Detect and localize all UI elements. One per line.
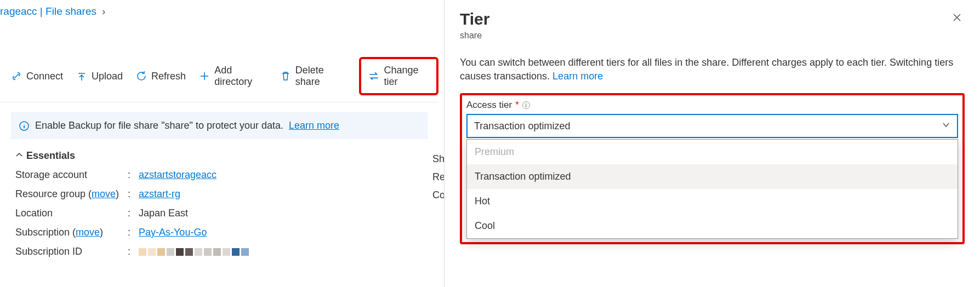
connect-button[interactable]: Connect (11, 71, 63, 82)
delete-share-button[interactable]: Delete share (280, 65, 346, 88)
resource-group-move-link[interactable]: move (92, 188, 116, 199)
option-transaction-optimized[interactable]: Transaction optimized (467, 164, 958, 189)
location-label: Location (15, 208, 128, 219)
chevron-down-icon (942, 120, 950, 132)
connect-icon (11, 71, 22, 82)
panel-subtitle: share (460, 31, 489, 41)
access-tier-label: Access tier (466, 100, 512, 111)
subscription-link[interactable]: Pay-As-You-Go (139, 227, 207, 238)
info-icon[interactable]: i (522, 101, 530, 109)
close-icon (951, 12, 962, 26)
add-directory-button[interactable]: Add directory (199, 65, 267, 88)
subscription-move-link[interactable]: move (76, 227, 100, 238)
connect-label: Connect (26, 71, 63, 82)
delete-share-label: Delete share (295, 65, 346, 88)
toolbar: Connect Upload Refresh Add directory Del… (0, 50, 438, 102)
essentials-title: Essentials (26, 150, 75, 162)
storage-account-link[interactable]: azstartstorageacc (139, 169, 216, 180)
chevron-up-icon (15, 150, 23, 162)
chevron-right-icon: › (102, 5, 105, 18)
breadcrumb-link[interactable]: rageacc | File shares (0, 5, 96, 18)
subscription-id-label: Subscription ID (15, 246, 128, 257)
close-button[interactable] (949, 10, 965, 28)
banner-learn-more-link[interactable]: Learn more (289, 120, 339, 131)
essentials-toggle[interactable]: Essentials (0, 145, 438, 166)
tier-panel: Tier share You can switch between differ… (444, 0, 980, 287)
subscription-label: Subscription (move) (15, 227, 128, 238)
refresh-icon (136, 71, 147, 82)
add-directory-label: Add directory (214, 65, 267, 88)
panel-title: Tier (460, 10, 489, 28)
swap-icon (368, 70, 380, 82)
upload-icon (76, 71, 87, 82)
backup-banner: Enable Backup for file share "share" to … (11, 112, 428, 139)
option-premium: Premium (467, 140, 958, 164)
resource-group-label: Resource group (move) (15, 188, 128, 200)
trash-icon (280, 71, 291, 82)
refresh-label: Refresh (151, 71, 186, 82)
panel-learn-more-link[interactable]: Learn more (552, 71, 603, 82)
change-tier-label: Change tier (384, 65, 430, 88)
storage-account-label: Storage account (15, 169, 128, 181)
essentials-properties: Storage account : azstartstorageacc Reso… (0, 166, 438, 261)
option-cool[interactable]: Cool (467, 214, 958, 238)
breadcrumb[interactable]: rageacc | File shares › (0, 0, 438, 23)
upload-label: Upload (92, 71, 123, 82)
access-tier-value: Transaction optimized (474, 120, 570, 132)
required-icon: * (515, 100, 519, 111)
refresh-button[interactable]: Refresh (136, 71, 186, 82)
location-value: Japan East (139, 208, 428, 219)
option-hot[interactable]: Hot (467, 189, 958, 214)
access-tier-select[interactable]: Transaction optimized (466, 114, 958, 138)
change-tier-button[interactable]: Change tier (359, 57, 438, 95)
upload-button[interactable]: Upload (76, 71, 123, 82)
access-tier-dropdown: Premium Transaction optimized Hot Cool (466, 139, 958, 239)
subscription-id-redacted (139, 246, 428, 257)
truncated-right-labels: Sh Re Co (432, 153, 445, 208)
banner-text: Enable Backup for file share "share" to … (35, 120, 283, 131)
plus-icon (199, 71, 210, 82)
resource-group-link[interactable]: azstart-rg (139, 188, 180, 199)
access-tier-field: Access tier * i Transaction optimized Pr… (460, 93, 965, 244)
panel-description: You can switch between different tiers f… (460, 56, 965, 83)
info-icon (19, 120, 30, 131)
